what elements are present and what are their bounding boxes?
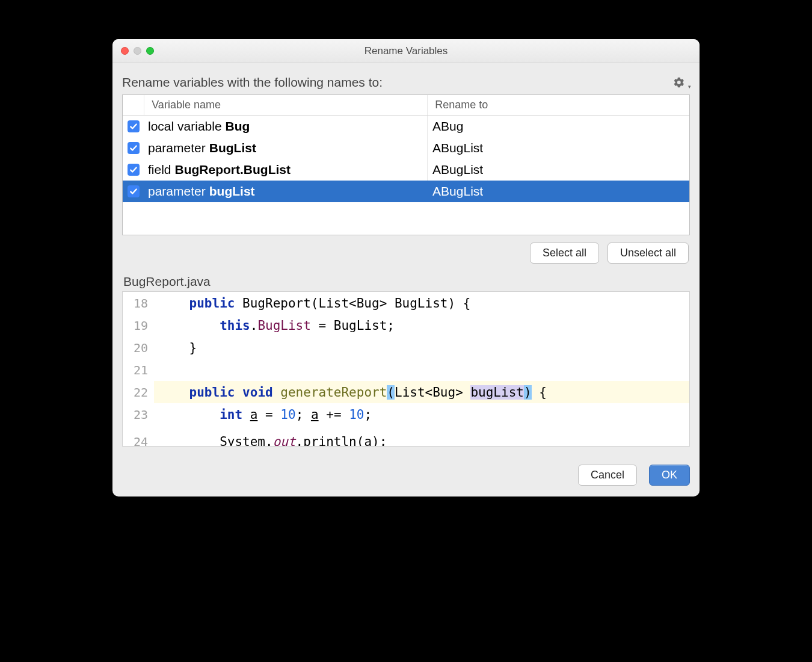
dialog-subheading: Rename variables with the following name…: [122, 75, 383, 90]
table-empty-area: [123, 202, 689, 235]
line-number: 20: [123, 336, 154, 359]
line-number: 18: [123, 292, 154, 314]
line-number: 23: [123, 403, 154, 425]
rename-to-cell[interactable]: ABugList: [428, 159, 689, 181]
line-number: 19: [123, 314, 154, 336]
table-row[interactable]: field BugReport.BugListABugList: [123, 159, 689, 181]
header-rename-to[interactable]: Rename to: [428, 95, 689, 115]
row-checkbox[interactable]: [128, 142, 140, 154]
titlebar: Rename Variables: [112, 39, 700, 63]
line-number: 22: [123, 381, 154, 403]
code-text: public void generateReport(List<Bug> bug…: [154, 385, 547, 400]
rename-variables-dialog: Rename Variables Rename variables with t…: [112, 39, 700, 496]
table-header: Variable name Rename to: [123, 95, 689, 116]
code-preview[interactable]: 18 public BugReport(List<Bug> BugList) {…: [122, 291, 690, 447]
code-text: this.BugList = BugList;: [154, 318, 395, 333]
rename-to-cell[interactable]: ABugList: [428, 137, 689, 159]
file-name-label: BugReport.java: [123, 274, 690, 289]
variable-name-cell: parameter bugList: [144, 181, 428, 202]
ok-button[interactable]: OK: [649, 465, 690, 486]
table-row[interactable]: parameter BugListABugList: [123, 137, 689, 159]
variable-name-cell: local variable Bug: [144, 116, 428, 137]
code-text: System.out.println(a);: [154, 435, 387, 447]
cancel-button[interactable]: Cancel: [578, 465, 637, 486]
variable-name-cell: parameter BugList: [144, 137, 428, 159]
line-number: 21: [123, 359, 154, 381]
row-checkbox[interactable]: [128, 120, 140, 132]
code-text: public BugReport(List<Bug> BugList) {: [154, 296, 470, 311]
code-line: 19 this.BugList = BugList;: [123, 314, 689, 336]
code-line: 18 public BugReport(List<Bug> BugList) {: [123, 292, 689, 314]
row-checkbox[interactable]: [128, 164, 140, 176]
line-number: 24: [123, 430, 154, 447]
rename-to-cell[interactable]: ABugList: [428, 181, 689, 202]
gear-icon[interactable]: ▾: [673, 76, 690, 88]
variable-name-cell: field BugReport.BugList: [144, 159, 428, 181]
code-line: 24 System.out.println(a);: [123, 425, 689, 447]
code-line: 21: [123, 359, 689, 381]
code-text: }: [154, 341, 197, 355]
header-variable-name[interactable]: Variable name: [144, 95, 428, 115]
window-title: Rename Variables: [112, 45, 700, 57]
unselect-all-button[interactable]: Unselect all: [607, 243, 689, 264]
variables-table: Variable name Rename to local variable B…: [122, 94, 690, 235]
code-line: 20 }: [123, 336, 689, 359]
table-row[interactable]: parameter bugListABugList: [123, 181, 689, 202]
code-line: 23 int a = 10; a += 10;: [123, 403, 689, 425]
code-line: 22 public void generateReport(List<Bug> …: [123, 381, 689, 403]
table-row[interactable]: local variable BugABug: [123, 116, 689, 137]
code-text: int a = 10; a += 10;: [154, 407, 372, 422]
row-checkbox[interactable]: [128, 185, 140, 197]
select-all-button[interactable]: Select all: [530, 243, 599, 264]
rename-to-cell[interactable]: ABug: [428, 116, 689, 137]
